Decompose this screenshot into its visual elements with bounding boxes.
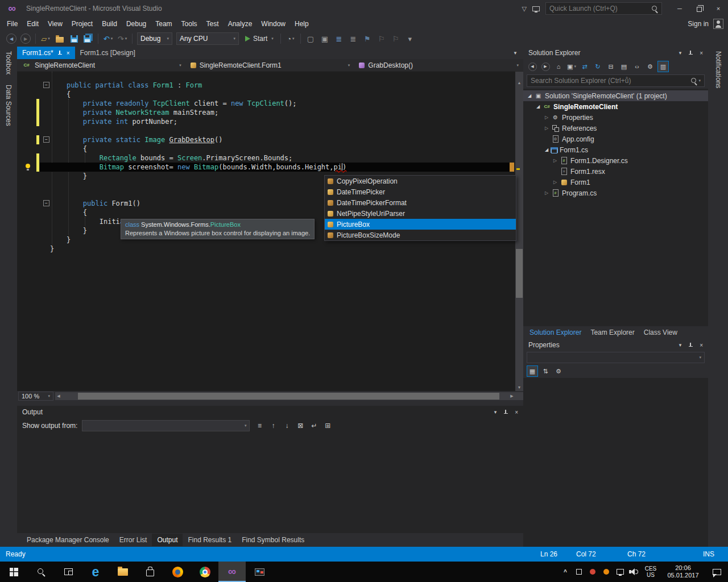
code-line[interactable]: − public partial class Form1 : Form	[17, 81, 515, 90]
scroll-left-icon[interactable]: ◀	[55, 392, 62, 400]
preview-selected-icon[interactable]: ▥	[657, 61, 669, 72]
task-view-button[interactable]	[55, 562, 82, 582]
menu-item-build[interactable]: Build	[97, 18, 122, 30]
tree-item-solution-singleremoteclient-1-project[interactable]: ◢▣Solution 'SingleRemoteClient' (1 proje…	[523, 90, 708, 101]
notifications-monitor-icon[interactable]	[532, 6, 540, 11]
maximize-button[interactable]	[689, 0, 709, 17]
minimize-button[interactable]: ─	[670, 0, 689, 17]
property-pages-icon[interactable]: ⚙	[553, 365, 564, 377]
quick-launch-input[interactable]	[549, 5, 651, 13]
menu-item-project[interactable]: Project	[67, 18, 97, 30]
expand-arrow[interactable]: ▷	[543, 115, 551, 120]
undo-icon[interactable]: ↶▾	[101, 32, 115, 45]
expand-arrow[interactable]: ▷	[543, 190, 551, 196]
intellisense-item-datetimepicker[interactable]: DateTimePicker	[325, 186, 516, 197]
user-avatar-icon[interactable]	[713, 19, 723, 29]
solution-platforms-dropdown[interactable]: Any CPU▾	[176, 32, 239, 45]
running-app-icon[interactable]	[246, 562, 273, 582]
fold-toggle[interactable]: −	[43, 82, 49, 88]
code-line[interactable]: Bitmap screenshot= new Bitmap(bounds.Wid…	[17, 163, 515, 172]
code-line[interactable]: − private static Image GrabDesktop()	[17, 135, 515, 144]
save-all-icon[interactable]	[81, 32, 95, 45]
firefox-icon[interactable]	[164, 562, 191, 582]
start-button[interactable]: Start▾	[241, 32, 278, 45]
code-editor[interactable]: − public partial class Form1 : Form { pr…	[17, 72, 523, 391]
sidebar-tab-toolbox[interactable]: Toolbox	[5, 51, 13, 74]
prev-bookmark-icon[interactable]: ⚐	[375, 32, 388, 45]
project-dropdown[interactable]: C# SingleRemoteClient ▾	[17, 59, 186, 71]
prev-message-icon[interactable]: ↑	[268, 422, 278, 430]
type-dropdown[interactable]: SingleRemoteClient.Form1 ▾	[186, 59, 355, 71]
menu-item-edit[interactable]: Edit	[22, 18, 43, 30]
code-line[interactable]: private readonly TcpClient client = new …	[17, 99, 515, 108]
home-icon[interactable]: ⌂	[553, 61, 564, 72]
sidebar-tab-data-sources[interactable]: Data Sources	[5, 85, 13, 126]
panel-tab-team-explorer[interactable]: Team Explorer	[586, 327, 639, 338]
close-button[interactable]: ×	[709, 0, 728, 17]
bottom-tab-error-list[interactable]: Error List	[114, 534, 152, 546]
expand-arrow[interactable]: ◢	[543, 147, 551, 152]
solution-configurations-dropdown[interactable]: Debug▾	[137, 32, 172, 45]
horizontal-scroll-thumb[interactable]	[78, 393, 499, 400]
chrome-icon[interactable]	[191, 562, 218, 582]
tray-app-icon-1[interactable]	[572, 562, 586, 582]
expand-arrow[interactable]: ▷	[551, 180, 559, 185]
intellisense-item-picturebox[interactable]: PictureBox	[325, 219, 516, 230]
code-line[interactable]: {	[17, 90, 515, 99]
se-forward-icon[interactable]: ▶	[540, 61, 551, 72]
menu-item-window[interactable]: Window	[257, 18, 290, 30]
pin-icon[interactable]	[503, 409, 508, 415]
bookmark-icon[interactable]: ⚑	[361, 32, 374, 45]
tree-item-references[interactable]: ▷References	[523, 123, 708, 134]
object-browser-icon[interactable]: ▣	[318, 32, 332, 45]
edge-icon[interactable]: e	[82, 562, 109, 582]
open-file-icon[interactable]	[53, 32, 67, 45]
quick-launch-box[interactable]	[545, 2, 662, 15]
profiler-icon[interactable]: ◔▾	[284, 32, 297, 45]
intellisense-item-datetimepickerformat[interactable]: DateTimePickerFormat	[325, 197, 516, 208]
tree-item-app-config[interactable]: ⚙App.config	[523, 134, 708, 144]
redo-icon[interactable]: ↷▾	[115, 32, 129, 45]
properties-window-icon[interactable]: ▢	[304, 32, 317, 45]
code-line[interactable]: Rectangle bounds = Screen.PrimaryScreen.…	[17, 153, 515, 163]
properties-content[interactable]	[523, 378, 708, 547]
intellisense-item-netpipestyleuriparser[interactable]: NetPipeStyleUriParser	[325, 208, 516, 219]
show-all-files-icon[interactable]: ▤	[618, 61, 630, 72]
new-project-icon[interactable]: ▱▾	[39, 32, 52, 45]
navigate-forward-icon[interactable]: ▶	[19, 32, 32, 45]
feedback-icon[interactable]: ▽	[522, 5, 527, 13]
window-position-icon[interactable]: ▾	[679, 342, 682, 348]
expand-arrow[interactable]: ▷	[543, 126, 551, 131]
solution-search-input[interactable]	[531, 77, 690, 85]
close-icon[interactable]: ×	[67, 50, 70, 56]
categorized-icon[interactable]: ▦	[527, 365, 538, 377]
intellisense-item-copypixeloperation[interactable]: CopyPixelOperation	[325, 176, 516, 186]
code-line[interactable]: }	[17, 244, 515, 253]
menu-item-view[interactable]: View	[43, 18, 67, 30]
sign-in-link[interactable]: Sign in	[688, 20, 709, 28]
bottom-tab-find-results-1[interactable]: Find Results 1	[183, 534, 237, 546]
search-button[interactable]	[27, 562, 55, 582]
save-icon[interactable]	[67, 32, 81, 45]
collapse-all-icon[interactable]: ⊟	[605, 61, 617, 72]
menu-item-help[interactable]: Help	[290, 18, 313, 30]
sidebar-tab-notifications[interactable]: Notifications	[714, 51, 722, 88]
volume-icon[interactable]	[627, 562, 640, 582]
file-explorer-icon[interactable]	[109, 562, 136, 582]
visual-studio-icon[interactable]: ∞	[218, 562, 246, 582]
tab-overflow-icon[interactable]: ▼	[507, 51, 523, 56]
panel-splitter[interactable]	[17, 401, 523, 406]
scroll-down-icon[interactable]: ▼	[515, 383, 523, 391]
tree-item-program-cs[interactable]: ▷#Program.cs	[523, 188, 708, 198]
close-icon[interactable]: ×	[700, 50, 703, 56]
close-icon[interactable]: ×	[515, 409, 518, 415]
document-tab-form1-cs-design[interactable]: Form1.cs [Design]	[75, 47, 140, 59]
next-bookmark-icon[interactable]: ⚐	[389, 32, 403, 45]
expand-arrow[interactable]: ◢	[526, 93, 533, 98]
tray-app-icon-2[interactable]	[586, 562, 599, 582]
uncomment-icon[interactable]: ≣	[346, 32, 360, 45]
solution-search-box[interactable]: ▾	[527, 74, 705, 87]
tree-item-form1[interactable]: ▷Form1	[523, 177, 708, 188]
properties-icon[interactable]: ⚙	[644, 61, 656, 72]
code-line[interactable]: private NetworkStream mainStream;	[17, 108, 515, 117]
